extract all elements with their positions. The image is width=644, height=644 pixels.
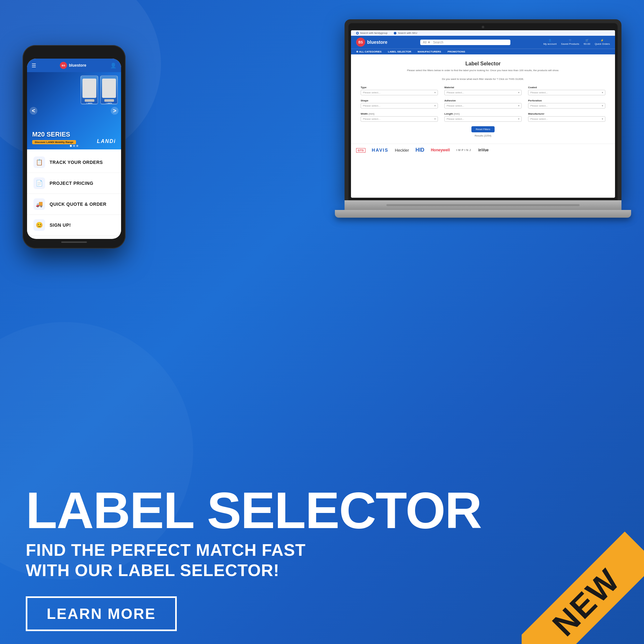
chevron-down-icon-5: ▾: [518, 104, 519, 107]
filter-shape-label: Shape: [361, 99, 438, 102]
filter-manufacturer-select[interactable]: Please select...▾: [528, 116, 605, 122]
filter-width-value: Please select...: [363, 118, 380, 120]
project-pricing-icon: 📄: [33, 177, 45, 189]
laptop-screen-outer: Search with familygroup Search with SKU: [345, 19, 621, 200]
label-selector-page-title: Label Selector: [361, 61, 605, 67]
quick-orders-label: Quick Orders: [595, 43, 610, 45]
filter-material-select[interactable]: Please select...▾: [444, 90, 522, 95]
filter-type: Type Please select...▾: [361, 86, 438, 95]
saved-products-icon-item[interactable]: ♡ Saved Products: [561, 39, 579, 45]
filter-coated-select[interactable]: Please select...▾: [528, 90, 605, 95]
brand-gts: GTS: [356, 148, 365, 152]
track-orders-label: TRACK YOUR ORDERS: [50, 160, 103, 165]
search-option-family: Search with familygroup: [356, 32, 387, 34]
filter-shape: Shape Please select...▾: [361, 99, 438, 109]
menu-item-project[interactable]: 📄 PROJECT PRICING: [27, 173, 121, 194]
radio-family: [356, 32, 359, 34]
label-selector-desc-2: Do you want to know what each filter sta…: [361, 77, 605, 81]
menu-item-quote[interactable]: 🚚 QUICK QUOTE & ORDER: [27, 194, 121, 215]
my-account-icon-item[interactable]: 👤 My account: [543, 39, 556, 45]
laptop-mockup: Search with familygroup Search with SKU: [100, 19, 634, 218]
filter-adhesive-label: Adhesive: [444, 99, 522, 102]
account-label: My account: [543, 43, 556, 45]
laptop-device: Search with familygroup Search with SKU: [345, 19, 621, 218]
subnav-manufacturers[interactable]: MANUFACTURERS: [418, 50, 441, 53]
chevron-down-icon-4: ▾: [434, 104, 436, 107]
filter-material-label: Material: [444, 86, 522, 89]
main-container: ☰ BS bluestore 👤 < >: [0, 0, 644, 644]
brand-invue: inVue: [478, 148, 488, 152]
laptop-keyboard: [345, 200, 621, 210]
radio-sku: [394, 32, 396, 34]
subnav-promotions[interactable]: PROMOTIONS: [448, 50, 465, 53]
dot-2: [73, 145, 75, 147]
phone-logo-icon: BS: [60, 62, 67, 69]
chevron-down-icon-9: ▾: [602, 118, 603, 120]
filter-grid: Type Please select...▾ Material Ple: [361, 86, 605, 122]
chevron-down-icon: ▾: [434, 91, 436, 94]
signup-icon: 😊: [33, 219, 45, 231]
reset-filters-button[interactable]: Reset Filters: [471, 126, 495, 132]
devices-section: ☰ BS bluestore 👤 < >: [10, 6, 634, 322]
search-option-sku: Search with SKU: [394, 32, 417, 34]
brands-bar: GTS HAVIS Heckler HID Honeywell IMPINJ i…: [351, 144, 615, 156]
brand-impinj: IMPINJ: [456, 148, 472, 152]
new-badge-wrapper: NEW: [522, 522, 644, 644]
filter-manufacturer-value: Please select...: [530, 118, 548, 120]
hamburger-icon: ☰: [32, 62, 36, 69]
brand-honeywell: Honeywell: [431, 148, 450, 152]
menu-item-signup[interactable]: 😊 SIGN UP!: [27, 215, 121, 236]
cart-icon-item[interactable]: 🛒 €0.00: [584, 39, 590, 45]
filter-perforation: Perforation Please select...▾: [528, 99, 605, 109]
new-badge-text: NEW: [545, 561, 627, 643]
filter-type-label: Type: [361, 86, 438, 89]
quick-quote-label: QUICK QUOTE & ORDER: [50, 202, 107, 207]
filter-perforation-select[interactable]: Please select...▾: [528, 103, 605, 109]
dot-1: [70, 145, 72, 147]
website-content: Label Selector Please select the filters…: [351, 54, 615, 144]
website-logo: BS bluestore: [356, 38, 387, 47]
phone-nav: ☰ BS bluestore 👤: [27, 59, 121, 72]
filter-shape-value: Please select...: [363, 104, 380, 107]
phone-logo: BS bluestore: [60, 62, 86, 69]
subnav-label-selector[interactable]: LABEL SELECTOR: [388, 50, 411, 53]
track-orders-icon: 📋: [33, 156, 45, 168]
hero-next-arrow[interactable]: >: [111, 107, 118, 115]
search-family-label: Search with familygroup: [360, 32, 387, 34]
filter-adhesive-select[interactable]: Please select...▾: [444, 103, 522, 109]
new-badge: NEW: [522, 532, 644, 644]
filter-manufacturer-label: Manufacturer: [528, 112, 605, 115]
learn-more-button[interactable]: LEARN MORE: [26, 596, 177, 631]
chevron-down-icon-7: ▾: [434, 118, 436, 120]
subnav-categories[interactable]: ⊕ ALL CATEGORIES: [356, 50, 382, 53]
phone-hero: < > LANDi LANDi: [27, 72, 121, 149]
phone-hero-subtitle: Discover LANDI Mobility Range: [32, 140, 76, 144]
phone-screen: ☰ BS bluestore 👤 < >: [27, 59, 121, 239]
saved-products-label: Saved Products: [561, 43, 579, 45]
filter-type-select[interactable]: Please select...▾: [361, 90, 438, 95]
filter-manufacturer: Manufacturer Please select...▾: [528, 112, 605, 122]
website-search-bar[interactable]: All ▼ Search: [420, 40, 510, 45]
hero-prev-arrow[interactable]: <: [30, 107, 37, 115]
brand-hid: HID: [415, 147, 424, 153]
search-sku-label: Search with SKU: [398, 32, 417, 34]
phone-menu: 📋 TRACK YOUR ORDERS 📄 PROJECT PRICING 🚚 …: [27, 149, 121, 238]
quick-orders-icon-item[interactable]: ⚡ Quick Orders: [595, 39, 610, 45]
person-icon: 👤: [110, 62, 117, 69]
phone-hero-devices: LANDi LANDi: [81, 75, 118, 104]
heart-icon: ♡: [569, 39, 571, 42]
filter-coated: Coated Please select...▾: [528, 86, 605, 95]
quick-orders-icon: ⚡: [601, 39, 604, 42]
filter-shape-select[interactable]: Please select...▾: [361, 103, 438, 109]
phone-mockup: ☰ BS bluestore 👤 < >: [23, 45, 126, 249]
filter-width-select[interactable]: Please select...▾: [361, 116, 438, 122]
filter-length: Length (mm) Please select...▾: [444, 112, 522, 122]
filter-material-value: Please select...: [447, 91, 464, 94]
brand-havis: HAVIS: [372, 147, 389, 153]
signup-label: SIGN UP!: [50, 223, 71, 228]
cart-price: €0.00: [584, 43, 590, 45]
gts-logo: GTS: [356, 148, 365, 153]
filter-length-select[interactable]: Please select...▾: [444, 116, 522, 122]
menu-item-track[interactable]: 📋 TRACK YOUR ORDERS: [27, 152, 121, 173]
filter-length-label: Length (mm): [444, 112, 522, 115]
